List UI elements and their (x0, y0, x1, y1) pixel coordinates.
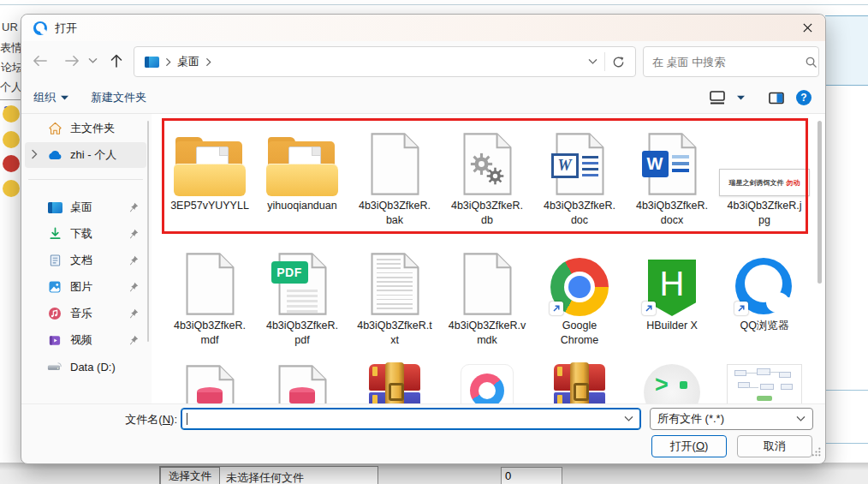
file-tile[interactable]: W4b3iQb3ZfkeR.docx (626, 121, 718, 228)
chevron-down-icon (588, 58, 597, 65)
text-caret (187, 413, 187, 425)
chevron-right-icon[interactable] (205, 57, 211, 67)
pin-icon (128, 202, 139, 212)
divider (604, 52, 605, 71)
files-row-3: > (163, 364, 811, 403)
file-tile[interactable]: HHBuilder X (626, 241, 718, 348)
filetype-select[interactable]: 所有文件 (*.*) (650, 408, 813, 430)
file-label: 4b3iQb3ZfkeR.txt (357, 319, 432, 348)
cancel-button[interactable]: 取消 (737, 435, 812, 457)
count-input[interactable] (501, 467, 562, 484)
file-tile[interactable]: 3EP57vYUYYLL (163, 121, 256, 228)
terminal-icon: > (644, 364, 700, 403)
file-tile[interactable] (533, 364, 626, 403)
file-tile[interactable] (441, 364, 533, 403)
sidebar-item-home[interactable]: 主文件夹 (25, 116, 146, 141)
search-icon (805, 56, 817, 69)
up-button[interactable] (105, 51, 128, 71)
sidebar-item-label: 下载 (70, 226, 92, 242)
close-button[interactable] (796, 17, 818, 39)
recent-locations-button[interactable] (85, 51, 100, 71)
sidebar-item-downloads[interactable]: 下载 (25, 221, 146, 247)
file-tile[interactable]: 瑞星之剑诱饵文件勿动4b3iQb3ZfkeR.jpg (718, 121, 811, 228)
dialog-titlebar[interactable]: 打开 (21, 15, 825, 41)
file-tile[interactable]: 4b3iQb3ZfkeR.txt (348, 241, 441, 348)
file-tile[interactable] (718, 364, 811, 403)
breadcrumb-desktop[interactable]: 桌面 (177, 54, 199, 69)
database-cylinder-file-icon (278, 364, 327, 403)
file-tile[interactable]: 4b3iQb3ZfkeR.db (441, 121, 533, 228)
file-tile[interactable]: 4b3iQb3ZfkeR.mdf (163, 241, 256, 348)
file-label: 4b3iQb3ZfkeR.mdf (174, 319, 246, 348)
sidebar-item-label: 图片 (70, 279, 92, 295)
file-tile[interactable] (256, 364, 348, 403)
file-label: 4b3iQb3ZfkeR.doc (544, 199, 615, 228)
bg-link-url[interactable]: UR (2, 21, 18, 33)
filename-combobox[interactable] (181, 408, 641, 430)
file-tile[interactable]: 4b3iQb3ZfkeR.vmdk (441, 241, 533, 348)
address-bar[interactable]: 桌面 (134, 46, 636, 77)
file-tile[interactable]: yihuoqianduan (256, 121, 348, 228)
file-tile[interactable]: GoogleChrome (533, 241, 626, 348)
chevron-down-icon (88, 57, 98, 64)
forward-button[interactable] (61, 51, 83, 71)
view-mode-button[interactable] (710, 91, 725, 105)
files-row-1: 3EP57vYUYYLLyihuoqianduan4b3iQb3ZfkeR.ba… (163, 121, 811, 228)
bg-link-personal[interactable]: 个人 (0, 80, 22, 95)
emoji-circle-icon (3, 105, 20, 122)
sidebar-item-drive[interactable]: Data (D:) (25, 354, 146, 379)
new-folder-button[interactable]: 新建文件夹 (91, 90, 146, 105)
file-tile[interactable]: 4b3iQb3ZfkeR.bak (348, 121, 441, 228)
refresh-button[interactable] (612, 56, 625, 69)
pin-icon (128, 335, 139, 345)
database-cylinder-file-icon (186, 364, 235, 403)
file-label: yihuoqianduan (267, 199, 336, 213)
diagram-thumbnail-icon (727, 364, 802, 403)
sidebar-item-onedrive[interactable]: zhi - 个人 (25, 142, 146, 168)
downloads-icon (47, 226, 62, 242)
search-box[interactable] (643, 46, 819, 77)
organize-button[interactable]: 组织 (33, 90, 68, 105)
bg-link-emoticon[interactable]: 表情 (0, 40, 22, 56)
pin-icon (128, 255, 139, 266)
sidebar-item-label: 视频 (70, 332, 92, 348)
sidebar-item-videos[interactable]: 视频 (25, 327, 146, 353)
up-arrow-icon (110, 53, 123, 69)
sidebar-item-documents[interactable]: 文档 (25, 248, 146, 273)
sidebar-item-music[interactable]: 音乐 (25, 301, 146, 326)
filename-input[interactable] (181, 412, 624, 427)
preview-pane-button[interactable] (769, 92, 784, 105)
back-button[interactable] (28, 51, 51, 71)
file-tile[interactable] (348, 364, 441, 403)
ring-logo-icon (461, 364, 514, 403)
file-tile[interactable]: QQ浏览器 (718, 241, 811, 348)
desktop-icon (47, 200, 62, 215)
files-scrollbar[interactable] (817, 121, 822, 284)
sidebar-item-desktop[interactable]: 桌面 (25, 194, 146, 220)
sidebar-scrollbar[interactable] (147, 121, 149, 342)
file-tile[interactable]: > (626, 364, 718, 403)
chevron-down-icon (737, 95, 745, 100)
emoji-circle-icon (3, 180, 20, 197)
chevron-down-icon[interactable] (624, 415, 633, 422)
chevron-down-icon (796, 415, 806, 422)
sidebar-item-label: zhi - 个人 (70, 147, 116, 163)
address-dropdown-button[interactable] (588, 58, 597, 65)
file-tile[interactable]: W4b3iQb3ZfkeR.doc (533, 121, 626, 228)
file-tile[interactable] (163, 364, 256, 403)
question-icon: ? (800, 92, 806, 104)
open-button[interactable]: 打开(O) (651, 435, 727, 457)
sidebar-item-pictures[interactable]: 图片 (25, 274, 146, 300)
file-tile[interactable]: PDF4b3iQb3ZfkeR.pdf (256, 241, 348, 348)
help-button[interactable]: ? (796, 90, 812, 105)
expand-chevron-icon[interactable] (31, 149, 38, 159)
search-input[interactable] (644, 55, 805, 69)
folder-icon (174, 134, 246, 196)
sidebar-divider (28, 179, 143, 180)
videos-icon (47, 332, 62, 348)
files-viewport: 3EP57vYUYYLLyihuoqianduan4b3iQb3ZfkeR.ba… (152, 114, 824, 403)
choose-file-button[interactable]: 选择文件 (160, 467, 220, 484)
file-label: GoogleChrome (561, 319, 598, 348)
view-dropdown-button[interactable] (737, 95, 745, 100)
resize-grip[interactable] (812, 446, 821, 459)
